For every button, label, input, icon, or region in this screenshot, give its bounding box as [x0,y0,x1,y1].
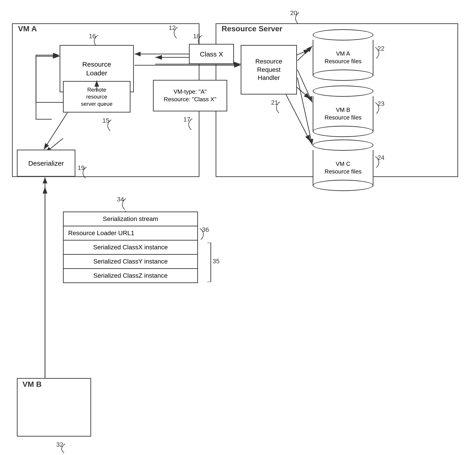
svg-line-17 [44,113,67,149]
serialization-stream-header: Serialization stream [64,212,197,226]
ref-36-curve [198,228,209,241]
ref-22-curve [373,47,384,60]
ref-21-curve [275,102,287,114]
ref-15-curve [107,120,118,132]
ref-12-curve [173,27,185,39]
ref-17-curve [188,119,199,131]
ref-24-curve [373,156,384,169]
svg-line-20 [297,70,312,102]
vm-c-resource-cylinder: VM CResource files [313,139,373,186]
resource-request-handler-box: ResourceRequestHandler [241,45,297,95]
ref-23-curve [373,102,384,115]
vm-a-resource-label: VM AResource files [325,50,362,65]
ref-34-curve [121,198,133,211]
bracket-35 [198,243,214,282]
serialization-stream-container: Serialization stream Resource Loader URL… [63,211,198,283]
ref-20-curve [295,12,306,25]
ref-35: 35 [213,258,219,265]
class-x-box: Class X [189,44,234,64]
resource-server-label: Resource Server [222,24,282,33]
resource-loader-url1-row: Resource Loader URL1 [64,226,197,241]
remote-resource-queue-box: Remoteresourceserver queue [63,81,130,113]
serialized-classy-row: Serialized ClassY instance [64,255,197,269]
serialized-classx-row: Serialized ClassX instance [64,241,197,255]
vm-a-label: VM A [18,24,37,33]
svg-line-19 [297,46,312,61]
serialized-classz-row: Serialized ClassZ instance [64,269,197,282]
vm-a-resource-cylinder: VM AResource files [313,29,373,76]
svg-line-21 [297,78,312,145]
vm-b-resource-cylinder: VM BResource files [313,86,373,132]
vm-c-resource-label: VM CResource files [325,160,362,176]
vm-b-label: VM B [23,380,42,389]
vm-type-message-box: VM-type: "A"Resource: "Class X" [153,80,227,111]
vm-b-resource-label: VM BResource files [325,106,362,122]
deserializer-box: Deserializer [17,150,75,177]
ref-19-curve [82,167,93,179]
ref-32-curve [61,444,72,454]
